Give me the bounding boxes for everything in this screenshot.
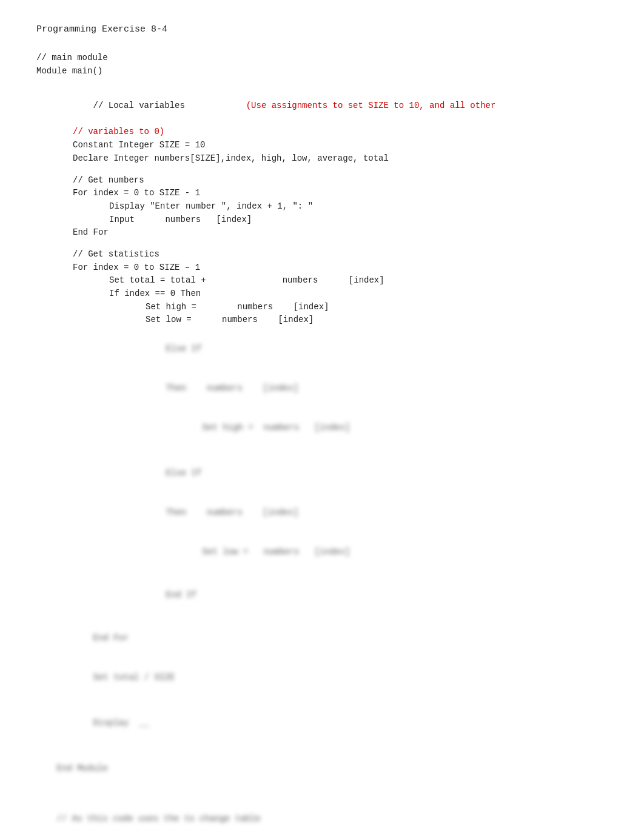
get-stats-comment: // Get statistics [36,248,608,261]
blurred-set-total-size: Set total / SIZE [36,659,608,698]
blurred-end-for-2: End For [36,619,608,659]
local-vars-note2: // variables to 0) [36,126,608,139]
get-numbers-comment: // Get numbers [36,174,608,187]
main-comment: // main module [36,52,608,65]
set-low-line: Set low = numbers [index] [36,314,608,327]
declare-line: Declare Integer numbers[SIZE],index, hig… [36,152,608,166]
page-title: Programming Exercise 8-4 [36,24,608,35]
blurred-display-block: Display __ [36,704,608,743]
code-block: // main module Module main() // Local va… [36,52,608,835]
input-line: Input numbers [index] [36,213,608,227]
set-total-line: Set total = total + numbers [index] [36,274,608,287]
blurred-elseif-1: Else If [36,329,608,369]
for-loop-2: For index = 0 to SIZE – 1 [36,261,608,275]
display-line: Display "Enter number ", index + 1, ": " [36,200,608,213]
blurred-end-if: End If [36,575,608,615]
local-vars-note: (Use assignments to set SIZE to 10, and … [246,101,496,110]
blurred-end-module: End Module [36,749,608,789]
blurred-elseif-2: Else If [36,454,608,493]
end-for-1: End For [36,226,608,240]
local-vars-comment: // Local variables (Use assignments to s… [36,86,608,126]
constant-line: Constant Integer SIZE = 10 [36,139,608,152]
for-loop-1: For index = 0 to SIZE - 1 [36,187,608,200]
module-declaration: Module main() [36,65,608,78]
if-line: If index == 0 Then [36,287,608,301]
blurred-set-low-2: Set low = numbers [index] [36,532,608,572]
blurred-elseif-2-line2: Then numbers [index] [36,493,608,532]
set-high-line: Set high = numbers [index] [36,301,608,314]
blurred-comment-bottom: // As this code uses the to change table [36,800,608,835]
blurred-set-high-2: Set high = numbers [index] [36,408,608,448]
blurred-elseif-1-line2: Then numbers [index] [36,369,608,408]
